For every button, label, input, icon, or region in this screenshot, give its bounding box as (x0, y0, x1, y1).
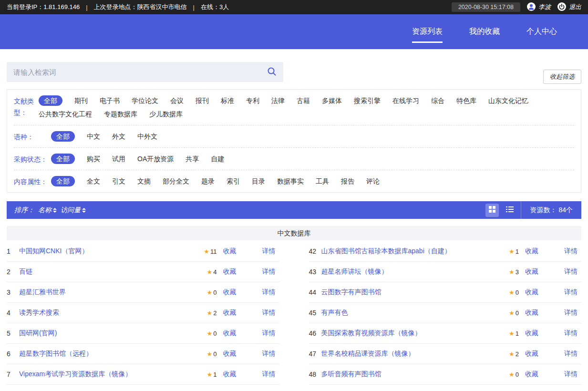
favorite-link[interactable]: 收藏 (525, 309, 538, 317)
favorite-link[interactable]: 收藏 (223, 309, 237, 317)
filter-option[interactable]: 在线学习 (392, 95, 419, 106)
filter-option[interactable]: 学位论文 (132, 95, 158, 106)
detail-link[interactable]: 详情 (262, 309, 276, 317)
filter-option[interactable]: 全部 (51, 176, 75, 186)
filter-option[interactable]: 中文 (87, 131, 100, 142)
list-view-button[interactable] (503, 204, 516, 217)
resource-name-link[interactable]: 读秀学术搜索 (19, 309, 207, 317)
resource-name-link[interactable]: 国研网(官网) (19, 329, 207, 338)
sort-by-name[interactable]: 名称 (38, 206, 57, 215)
resource-number: 46 (309, 329, 318, 337)
filter-option[interactable]: 购买 (87, 154, 100, 164)
detail-link[interactable]: 详情 (262, 268, 276, 276)
search-input[interactable] (7, 68, 264, 76)
resource-name-link[interactable]: 云图数字有声图书馆 (321, 288, 509, 297)
filter-option[interactable]: 工具 (316, 176, 329, 186)
filter-option[interactable]: 专利 (246, 95, 259, 106)
resource-name-link[interactable]: 百链 (19, 268, 207, 276)
filter-option[interactable]: 题录 (201, 176, 215, 186)
filter-option[interactable]: 搜索引擎 (354, 95, 381, 106)
filter-option[interactable]: 自建 (211, 154, 224, 164)
detail-link[interactable]: 详情 (262, 370, 276, 379)
filter-option[interactable]: 期刊 (74, 95, 88, 106)
filter-option[interactable]: 电子书 (100, 95, 120, 106)
filter-option[interactable]: 全部 (51, 131, 75, 142)
filter-option[interactable]: 公共数字文化工程 (39, 109, 92, 119)
filter-option[interactable]: 评论 (366, 176, 380, 186)
nav-tab-personal-center[interactable]: 个人中心 (526, 27, 557, 37)
favorite-link[interactable]: 收藏 (223, 329, 237, 338)
nav-tab-resource-list[interactable]: 资源列表 (412, 27, 443, 37)
filter-option[interactable]: 全部 (51, 154, 75, 164)
filter-option[interactable]: 引文 (112, 176, 125, 186)
nav-tab-my-favorites[interactable]: 我的收藏 (469, 27, 500, 37)
resource-name-link[interactable]: 超星数字图书馆（远程） (19, 350, 207, 358)
resource-name-link[interactable]: Vipexam考试学习资源数据库（镜像） (19, 370, 207, 379)
resource-name-link[interactable]: 美国探索教育视频资源库（镜像） (321, 329, 509, 338)
detail-link[interactable]: 详情 (262, 350, 276, 358)
filter-option[interactable]: 山东文化记忆 (488, 95, 528, 106)
filter-option[interactable]: 特色库 (456, 95, 476, 106)
favorite-link[interactable]: 收藏 (223, 268, 237, 276)
filter-option[interactable]: 专题数据库 (104, 109, 137, 119)
favorite-link[interactable]: 收藏 (525, 329, 538, 338)
resource-name-link[interactable]: 中国知网CNKI（官网） (19, 247, 204, 256)
favorite-link[interactable]: 收藏 (223, 350, 237, 358)
detail-link[interactable]: 详情 (564, 350, 578, 358)
resource-name-link[interactable]: 世界名校精品课资源库（镜像） (321, 350, 509, 358)
detail-link[interactable]: 详情 (564, 288, 578, 297)
logout-button[interactable]: 退出 (557, 2, 581, 12)
filter-option[interactable]: 法律 (271, 95, 285, 106)
favorite-link[interactable]: 收藏 (525, 268, 538, 276)
resource-name-link[interactable]: 超星汇雅书世界 (19, 288, 207, 297)
favorite-link[interactable]: 收藏 (525, 288, 538, 297)
favorite-link[interactable]: 收藏 (223, 247, 237, 256)
filter-option[interactable]: 古籍 (297, 95, 310, 106)
resource-name-link[interactable]: 超星名师讲坛（镜像） (321, 268, 509, 276)
filter-option[interactable]: 索引 (227, 176, 240, 186)
filter-option[interactable]: 部分全文 (163, 176, 189, 186)
filter-option[interactable]: 全文 (87, 176, 100, 186)
resource-name-link[interactable]: 山东省图书馆古籍珍本数据库apabi（自建） (321, 247, 509, 256)
resource-name-link[interactable]: 多听音频有声图书馆 (321, 370, 509, 379)
detail-link[interactable]: 详情 (564, 309, 578, 317)
favorite-link[interactable]: 收藏 (223, 288, 237, 297)
detail-link[interactable]: 详情 (262, 247, 276, 256)
filter-option[interactable]: 中外文 (137, 131, 157, 142)
filter-option[interactable]: 文摘 (137, 176, 151, 186)
filter-option[interactable]: 少儿数据库 (149, 109, 183, 119)
star-count: 0 (516, 289, 519, 296)
filter-option[interactable]: 报告 (341, 176, 354, 186)
resource-name-link[interactable]: 有声有色 (321, 309, 509, 317)
filter-option[interactable]: 多媒体 (322, 95, 342, 106)
filter-option[interactable]: 全部 (39, 95, 62, 106)
detail-link[interactable]: 详情 (564, 247, 578, 256)
filter-option[interactable]: 外文 (112, 131, 125, 142)
filter-option[interactable]: OA开放资源 (137, 154, 174, 164)
detail-link[interactable]: 详情 (564, 370, 578, 379)
star-icon: ★ (207, 350, 213, 358)
grid-view-button[interactable] (485, 204, 499, 217)
favorite-link[interactable]: 收藏 (525, 350, 538, 358)
detail-link[interactable]: 详情 (262, 288, 276, 297)
user-menu[interactable]: 李波 (527, 2, 551, 12)
favorite-link[interactable]: 收藏 (223, 370, 237, 379)
filter-option[interactable]: 报刊 (196, 95, 209, 106)
detail-link[interactable]: 详情 (262, 329, 276, 338)
favorite-link[interactable]: 收藏 (525, 247, 538, 256)
favorite-link[interactable]: 收藏 (525, 370, 538, 379)
filter-option[interactable]: 标准 (221, 95, 234, 106)
detail-link[interactable]: 详情 (564, 268, 578, 276)
filter-option[interactable]: 共享 (186, 154, 199, 164)
collapse-filter-button[interactable]: 收起筛选 (543, 70, 581, 84)
filter-option[interactable]: 综合 (431, 95, 444, 106)
filter-option[interactable]: 会议 (170, 95, 184, 106)
detail-link[interactable]: 详情 (564, 329, 578, 338)
filter-option[interactable]: 数据事实 (277, 176, 304, 186)
filter-option[interactable]: 目录 (252, 176, 265, 186)
resource-number: 5 (7, 329, 15, 337)
search-button[interactable] (264, 67, 283, 78)
online-count: 在线：3人 (201, 3, 229, 11)
sort-by-visits[interactable]: 访问量 (61, 206, 86, 215)
filter-option[interactable]: 试用 (112, 154, 125, 164)
